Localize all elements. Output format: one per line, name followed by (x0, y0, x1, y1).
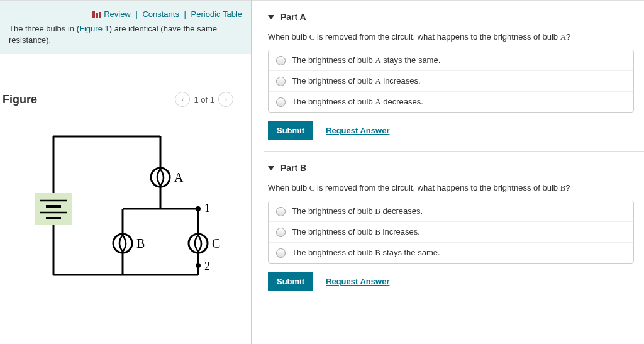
node-2-dot (196, 263, 201, 268)
bulb-b-icon (113, 234, 132, 253)
review-icon (92, 10, 101, 19)
option-row[interactable]: The brightness of bulb A increases. (269, 71, 633, 92)
v: B (375, 227, 380, 236)
constants-link[interactable]: Constants (142, 9, 179, 19)
figure-prev-button[interactable]: ‹ (175, 92, 190, 107)
svg-rect-0 (92, 11, 95, 18)
radio-icon[interactable] (276, 228, 286, 237)
caret-down-icon (268, 12, 274, 22)
v: A (375, 97, 380, 106)
part-a-title: Part A (280, 12, 306, 22)
request-answer-link[interactable]: Request Answer (326, 126, 389, 135)
bulb-var: B (560, 183, 566, 192)
v: B (375, 206, 380, 216)
radio-icon[interactable] (276, 77, 286, 86)
svg-point-17 (151, 168, 170, 187)
right-panel: Part A When bulb C is removed from the c… (252, 0, 644, 344)
option-row[interactable]: The brightness of bulb A stays the same. (269, 50, 633, 71)
figure-counter: 1 of 1 (194, 95, 214, 104)
radio-icon[interactable] (276, 207, 286, 216)
part-divider (264, 151, 644, 152)
t: increases. (381, 76, 421, 86)
svg-rect-1 (96, 13, 98, 18)
radio-icon[interactable] (276, 56, 286, 65)
part-a: Part A When bulb C is removed from the c… (264, 12, 644, 140)
figure-header: Figure ‹ 1 of 1 › (1, 79, 242, 111)
text: When bulb (268, 183, 309, 192)
option-row[interactable]: The brightness of bulb B stays the same. (269, 243, 633, 263)
part-b-title: Part B (280, 163, 306, 173)
link-separator: | (135, 9, 137, 19)
part-b-actions: Submit Request Answer (268, 272, 634, 291)
left-panel: Review | Constants | Periodic Table The … (0, 0, 252, 344)
svg-point-19 (189, 234, 208, 253)
submit-button[interactable]: Submit (268, 272, 313, 291)
node-1-dot (196, 206, 201, 211)
t: The brightness of bulb (292, 206, 375, 216)
node-2-label: 2 (204, 260, 210, 272)
svg-point-18 (113, 234, 132, 253)
figure-nav: ‹ 1 of 1 › (175, 92, 233, 107)
circuit-diagram: A B C 1 2 (16, 124, 223, 287)
text: ? (566, 32, 570, 42)
v: B (375, 248, 380, 257)
option-row[interactable]: The brightness of bulb A decreases. (269, 92, 633, 112)
part-a-prompt: When bulb C is removed from the circuit,… (268, 32, 634, 42)
caret-down-icon (268, 163, 274, 173)
figure-link[interactable]: Figure 1 (79, 24, 109, 33)
radio-icon[interactable] (276, 97, 286, 107)
text: is removed from the circuit, what happen… (314, 183, 560, 192)
t: decreases. (380, 206, 423, 216)
text: ? (565, 183, 570, 192)
t: stays the same. (380, 248, 440, 257)
intro-pre: The three bulbs in ( (9, 24, 79, 33)
part-b-prompt: When bulb C is removed from the circuit,… (268, 183, 634, 193)
battery-icon (35, 193, 72, 225)
part-b-header[interactable]: Part B (264, 163, 638, 173)
option-text: The brightness of bulb B increases. (292, 227, 420, 237)
radio-icon[interactable] (276, 248, 286, 258)
bulb-c-icon (189, 234, 208, 253)
figure-next-button[interactable]: › (218, 92, 233, 107)
option-text: The brightness of bulb A decreases. (292, 97, 423, 107)
bulb-var: A (560, 32, 566, 42)
text: When bulb (268, 32, 309, 42)
intro-text: The three bulbs in (Figure 1) are identi… (9, 23, 242, 45)
t: The brightness of bulb (292, 55, 375, 65)
option-text: The brightness of bulb B decreases. (292, 206, 423, 216)
option-text: The brightness of bulb A stays the same. (292, 55, 440, 65)
t: The brightness of bulb (292, 76, 375, 86)
svg-rect-2 (99, 12, 101, 18)
part-b-options: The brightness of bulb B decreases. The … (268, 201, 634, 264)
v: A (375, 55, 380, 65)
option-text: The brightness of bulb A increases. (292, 76, 421, 86)
t: The brightness of bulb (292, 248, 375, 257)
text: is removed from the circuit, what happen… (314, 32, 560, 42)
part-a-options: The brightness of bulb A stays the same.… (268, 50, 634, 113)
top-links: Review | Constants | Periodic Table (9, 7, 242, 23)
part-a-header[interactable]: Part A (264, 12, 638, 22)
t: The brightness of bulb (292, 97, 375, 106)
bulb-b-label: B (136, 236, 145, 250)
t: increases. (380, 227, 420, 236)
t: stays the same. (381, 55, 441, 65)
svg-marker-20 (268, 15, 274, 19)
bulb-a-label: A (174, 170, 184, 184)
bulb-c-label: C (212, 236, 220, 250)
submit-button[interactable]: Submit (268, 121, 313, 140)
option-row[interactable]: The brightness of bulb B decreases. (269, 201, 633, 222)
periodic-table-link[interactable]: Periodic Table (191, 9, 242, 19)
link-separator: | (184, 9, 186, 19)
intro-box: Review | Constants | Periodic Table The … (0, 0, 251, 54)
option-row[interactable]: The brightness of bulb B increases. (269, 222, 633, 243)
bulb-a-icon (151, 168, 170, 187)
figure-body: A B C 1 2 (0, 111, 251, 302)
part-a-actions: Submit Request Answer (268, 121, 634, 140)
request-answer-link[interactable]: Request Answer (326, 277, 389, 286)
figure-title: Figure (3, 93, 37, 106)
review-link[interactable]: Review (104, 9, 131, 19)
svg-marker-21 (268, 166, 274, 170)
option-text: The brightness of bulb B stays the same. (292, 248, 440, 258)
t: The brightness of bulb (292, 227, 375, 236)
part-b: Part B When bulb C is removed from the c… (264, 163, 644, 291)
